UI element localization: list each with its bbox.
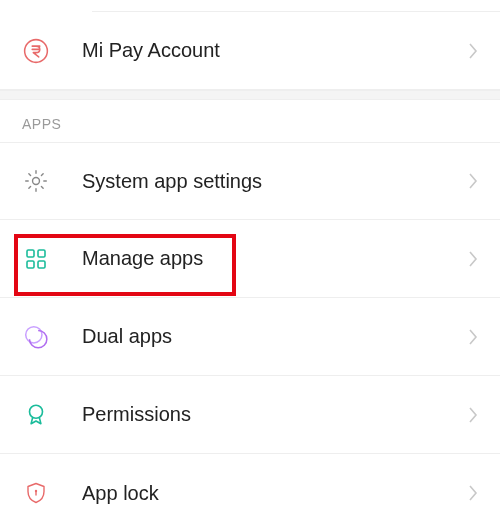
chevron-right-icon (468, 250, 478, 268)
svg-point-0 (25, 39, 48, 62)
chevron-right-icon (468, 484, 478, 502)
svg-point-1 (33, 178, 40, 185)
svg-rect-3 (38, 250, 45, 257)
svg-rect-4 (27, 261, 34, 268)
row-system-app-settings[interactable]: System app settings (0, 142, 500, 220)
chevron-right-icon (468, 42, 478, 60)
chevron-right-icon (468, 406, 478, 424)
apps-grid-icon (22, 245, 50, 273)
svg-rect-5 (38, 261, 45, 268)
section-gap (0, 90, 500, 100)
row-dual-apps[interactable]: Dual apps (0, 298, 500, 376)
gear-icon (22, 167, 50, 195)
divider (92, 0, 500, 12)
row-label: Manage apps (82, 247, 468, 270)
shield-lock-icon (22, 479, 50, 507)
rupee-circle-icon (22, 37, 50, 65)
svg-rect-2 (27, 250, 34, 257)
dual-circles-icon (22, 323, 50, 351)
row-app-lock[interactable]: App lock (0, 454, 500, 515)
row-label: Dual apps (82, 325, 468, 348)
row-label: Permissions (82, 403, 468, 426)
badge-icon (22, 401, 50, 429)
row-mi-pay-account[interactable]: Mi Pay Account (0, 12, 500, 90)
settings-list: Mi Pay Account APPS System app settings (0, 0, 500, 515)
row-permissions[interactable]: Permissions (0, 376, 500, 454)
row-label: System app settings (82, 170, 468, 193)
section-header-apps: APPS (0, 100, 500, 142)
row-label: App lock (82, 482, 468, 505)
row-manage-apps[interactable]: Manage apps (0, 220, 500, 298)
row-label: Mi Pay Account (82, 39, 468, 62)
svg-point-6 (26, 326, 42, 342)
svg-point-7 (30, 405, 43, 418)
chevron-right-icon (468, 172, 478, 190)
chevron-right-icon (468, 328, 478, 346)
